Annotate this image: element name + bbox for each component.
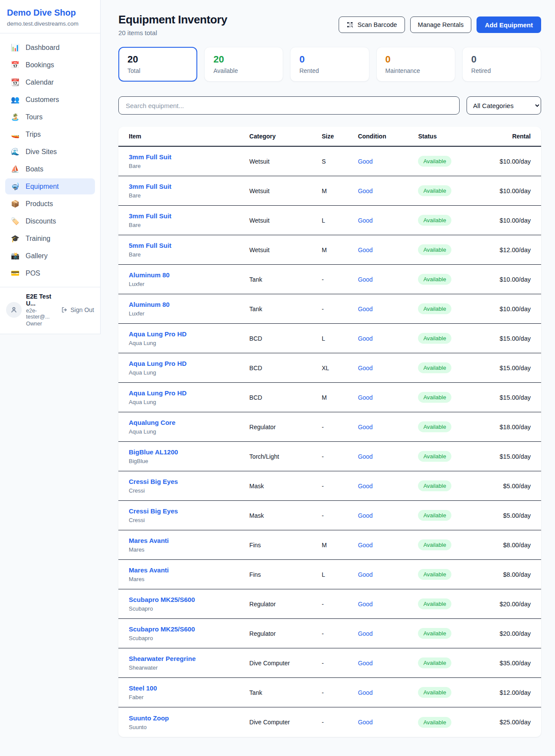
rental-cell: $15.00/day <box>478 453 531 460</box>
sidebar-item-trips[interactable]: 🚤 Trips <box>5 126 95 142</box>
sidebar-item-gallery[interactable]: 📸 Gallery <box>5 248 95 264</box>
condition-link[interactable]: Good <box>358 187 372 194</box>
rental-cell: $10.00/day <box>478 306 531 312</box>
item-cell: Aqua Lung Pro HD Aqua Lung <box>129 330 249 346</box>
item-name-link[interactable]: Aqua Lung Pro HD <box>129 330 249 338</box>
size-cell: M <box>322 394 358 401</box>
condition-link[interactable]: Good <box>358 247 372 253</box>
user-role: Owner <box>26 321 57 327</box>
sidebar-item-tours[interactable]: 🏝️ Tours <box>5 109 95 125</box>
condition-cell: Good <box>358 335 418 342</box>
sign-out-button[interactable]: Sign Out <box>61 306 94 313</box>
scan-barcode-button[interactable]: Scan Barcode <box>339 16 405 33</box>
rental-cell: $25.00/day <box>478 719 531 726</box>
item-name-link[interactable]: Aqua Lung Pro HD <box>129 360 249 367</box>
condition-link[interactable]: Good <box>358 276 372 283</box>
header-actions: Scan Barcode Manage Rentals Add Equipmen… <box>339 16 541 33</box>
rental-cell: $5.00/day <box>478 512 531 519</box>
item-brand: Bare <box>129 163 249 169</box>
item-brand: Bare <box>129 251 249 258</box>
condition-link[interactable]: Good <box>358 630 372 637</box>
item-name-link[interactable]: Cressi Big Eyes <box>129 507 249 515</box>
condition-link[interactable]: Good <box>358 719 372 726</box>
item-name-link[interactable]: Mares Avanti <box>129 566 249 574</box>
item-brand: Scubapro <box>129 605 249 612</box>
condition-link[interactable]: Good <box>358 660 372 667</box>
condition-link[interactable]: Good <box>358 571 372 578</box>
item-name-link[interactable]: Steel 100 <box>129 684 249 692</box>
item-name-link[interactable]: Aluminum 80 <box>129 271 249 279</box>
manage-rentals-button[interactable]: Manage Rentals <box>410 16 472 33</box>
stat-value: 20 <box>127 54 188 65</box>
condition-link[interactable]: Good <box>358 365 372 371</box>
status-cell: Available <box>418 421 478 432</box>
item-name-link[interactable]: Aqua Lung Pro HD <box>129 389 249 397</box>
sidebar-item-calendar[interactable]: 📆 Calendar <box>5 74 95 90</box>
status-cell: Available <box>418 303 478 314</box>
item-name-link[interactable]: Aqualung Core <box>129 419 249 426</box>
item-brand: Luxfer <box>129 310 249 317</box>
rental-cell: $8.00/day <box>478 542 531 549</box>
condition-link[interactable]: Good <box>358 483 372 490</box>
item-name-link[interactable]: Mares Avanti <box>129 537 249 544</box>
size-cell: S <box>322 158 358 165</box>
sidebar-item-pos[interactable]: 💳 POS <box>5 265 95 281</box>
sailboat-icon: ⛵ <box>10 165 20 173</box>
item-cell: Cressi Big Eyes Cressi <box>129 478 249 494</box>
sidebar-item-equipment[interactable]: 🤿 Equipment <box>5 178 95 194</box>
condition-link[interactable]: Good <box>358 601 372 608</box>
sidebar-item-label: Products <box>26 200 53 208</box>
sidebar-item-label: Customers <box>26 96 59 104</box>
item-name-link[interactable]: 5mm Full Suit <box>129 242 249 249</box>
condition-cell: Good <box>358 394 418 401</box>
search-input[interactable] <box>118 96 460 115</box>
item-name-link[interactable]: Cressi Big Eyes <box>129 478 249 485</box>
item-name-link[interactable]: 3mm Full Suit <box>129 212 249 220</box>
item-name-link[interactable]: Aluminum 80 <box>129 301 249 308</box>
condition-link[interactable]: Good <box>358 158 372 165</box>
item-name-link[interactable]: Suunto Zoop <box>129 714 249 722</box>
stat-card[interactable]: 0 Retired <box>462 47 541 82</box>
condition-link[interactable]: Good <box>358 453 372 460</box>
table-row: 3mm Full Suit Bare Wetsuit L Good Availa… <box>118 206 541 235</box>
category-select[interactable]: All Categories <box>467 96 541 115</box>
size-cell: L <box>322 217 358 224</box>
item-name-link[interactable]: BigBlue AL1200 <box>129 448 249 456</box>
item-name-link[interactable]: Scubapro MK25/S600 <box>129 625 249 633</box>
item-name-link[interactable]: 3mm Full Suit <box>129 153 249 161</box>
condition-link[interactable]: Good <box>358 217 372 224</box>
add-equipment-button[interactable]: Add Equipment <box>477 16 541 33</box>
column-header-item: Item <box>129 133 249 140</box>
condition-cell: Good <box>358 542 418 549</box>
condition-link[interactable]: Good <box>358 306 372 312</box>
sidebar-item-bookings[interactable]: 📅 Bookings <box>5 57 95 73</box>
sidebar-item-products[interactable]: 📦 Products <box>5 196 95 212</box>
sidebar-item-label: Calendar <box>26 79 54 86</box>
condition-link[interactable]: Good <box>358 512 372 519</box>
stat-card[interactable]: 20 Total <box>118 47 197 82</box>
item-name-link[interactable]: 3mm Full Suit <box>129 183 249 190</box>
stat-card[interactable]: 0 Maintenance <box>376 47 455 82</box>
table-row: Mares Avanti Mares Fins M Good Available… <box>118 530 541 560</box>
item-name-link[interactable]: Scubapro MK25/S600 <box>129 596 249 603</box>
item-brand: Faber <box>129 694 249 700</box>
condition-link[interactable]: Good <box>358 335 372 342</box>
condition-link[interactable]: Good <box>358 542 372 549</box>
condition-link[interactable]: Good <box>358 394 372 401</box>
sidebar-item-dashboard[interactable]: 📊 Dashboard <box>5 39 95 56</box>
sidebar-item-dive-sites[interactable]: 🌊 Dive Sites <box>5 144 95 160</box>
size-cell: L <box>322 571 358 578</box>
sidebar-item-label: Boats <box>26 165 43 173</box>
stat-card[interactable]: 0 Rented <box>290 47 369 82</box>
sidebar-item-discounts[interactable]: 🏷️ Discounts <box>5 213 95 229</box>
condition-link[interactable]: Good <box>358 424 372 431</box>
item-name-link[interactable]: Shearwater Peregrine <box>129 655 249 662</box>
sidebar-item-training[interactable]: 🎓 Training <box>5 230 95 247</box>
condition-cell: Good <box>358 689 418 696</box>
condition-link[interactable]: Good <box>358 689 372 696</box>
sidebar-item-boats[interactable]: ⛵ Boats <box>5 161 95 177</box>
sidebar-item-customers[interactable]: 👥 Customers <box>5 92 95 108</box>
status-badge: Available <box>418 156 451 167</box>
stat-card[interactable]: 20 Available <box>204 47 283 82</box>
size-cell: - <box>322 630 358 637</box>
